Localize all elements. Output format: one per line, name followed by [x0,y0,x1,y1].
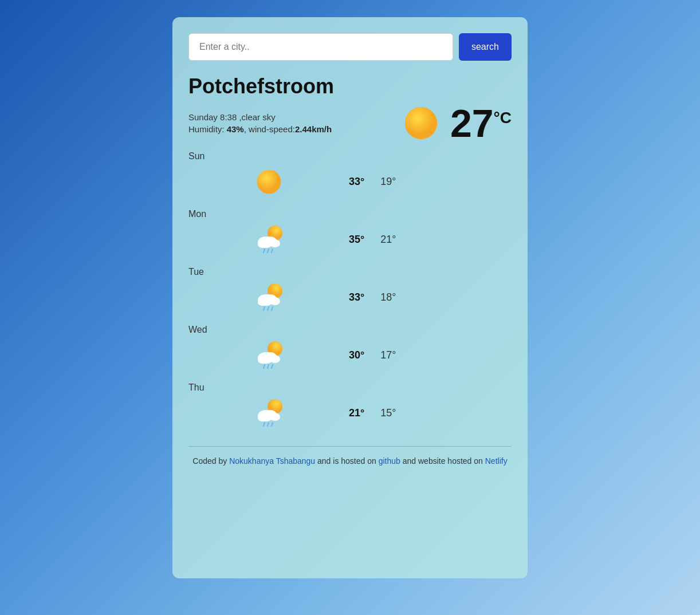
forecast-icon-col-tue [188,282,349,313]
forecast-day-tue: Tue [188,267,512,317]
humidity-label: Humidity: [188,124,227,134]
forecast-row-wed: 30° 17° [188,336,512,374]
temp-low-sun: 19° [380,176,396,188]
weather-card: search Potchefstroom Sunday 8:38 ,clear … [172,17,528,578]
day-label-sun: Sun [188,151,512,161]
svg-line-17 [268,307,269,310]
svg-line-24 [264,365,265,368]
netlify-link[interactable]: Netlify [485,456,508,466]
forecast-row-tue: 33° 18° [188,278,512,317]
svg-line-26 [272,365,273,368]
svg-point-1 [405,107,437,139]
forecast-icon-col-thu [188,397,349,429]
search-row: search [188,33,512,61]
forecast-row-sun: 33° 19° [188,163,512,201]
wind-value: 2.44km/h [295,124,332,134]
search-button[interactable]: search [459,33,512,61]
forecast-icon-thu [253,397,285,429]
forecast-icon-col-sun [188,166,349,198]
forecast-icon-col-mon [188,224,349,255]
hosted-text: and is hosted on [315,456,379,466]
svg-point-23 [258,357,267,364]
author-link[interactable]: Nokukhanya Tshabangu [229,456,315,466]
current-weather-row: Sunday 8:38 ,clear sky Humidity: 43%, wi… [188,103,512,143]
footer-divider [188,446,512,447]
wind-label: , wind-speed: [244,124,295,134]
humidity-value: 43% [227,124,244,134]
svg-point-22 [270,355,280,363]
forecast-icon-sun [253,166,285,198]
current-description: Sunday 8:38 ,clear sky [188,112,332,122]
svg-line-25 [268,365,269,368]
day-label-wed: Wed [188,325,512,335]
forecast-icon-tue [253,282,285,313]
forecast-row-thu: 21° 15° [188,394,512,432]
current-sun-icon [401,103,441,143]
forecast-icon-wed [253,340,285,371]
svg-line-9 [268,249,269,253]
forecast-temps-thu: 21° 15° [349,407,396,419]
svg-point-6 [270,239,280,247]
svg-point-7 [258,241,267,248]
city-name: Potchefstroom [188,74,512,98]
forecast-row-mon: 35° 21° [188,220,512,259]
day-label-thu: Thu [188,383,512,393]
forecast-section: Sun 33° 19° Mon [188,151,512,432]
forecast-temps-wed: 30° 17° [349,349,396,361]
svg-line-34 [272,423,273,426]
svg-line-10 [272,249,273,253]
temp-high-tue: 33° [349,291,364,303]
netlify-prefix: and website hosted on [400,456,485,466]
forecast-temps-mon: 35° 21° [349,234,396,246]
svg-point-31 [258,415,267,421]
svg-line-8 [264,249,265,253]
svg-line-32 [264,423,265,426]
forecast-icon-col-wed [188,340,349,371]
current-left: Sunday 8:38 ,clear sky Humidity: 43%, wi… [188,112,332,134]
day-label-mon: Mon [188,209,512,219]
forecast-day-wed: Wed [188,325,512,374]
temp-low-thu: 15° [380,407,396,419]
forecast-day-mon: Mon [188,209,512,259]
current-right: 27°C [401,103,512,143]
temp-high-thu: 21° [349,407,364,419]
forecast-day-sun: Sun 33° 19° [188,151,512,201]
svg-line-33 [268,423,269,426]
footer-text: Coded by Nokukhanya Tshabangu and is hos… [188,455,512,468]
svg-line-16 [264,307,265,310]
svg-point-30 [270,413,280,421]
temp-high-sun: 33° [349,176,364,188]
coded-by-label: Coded by [192,456,229,466]
github-link[interactable]: github [379,456,400,466]
forecast-icon-mon [253,224,285,255]
current-humidity: Humidity: 43%, wind-speed:2.44km/h [188,124,332,134]
current-temperature: 27°C [450,104,512,143]
temp-high-mon: 35° [349,234,364,246]
forecast-temps-sun: 33° 19° [349,176,396,188]
temp-low-tue: 18° [380,291,396,303]
forecast-day-thu: Thu [188,383,512,432]
search-input[interactable] [188,33,453,61]
day-label-tue: Tue [188,267,512,277]
svg-point-14 [270,297,280,305]
temp-low-wed: 17° [380,349,396,361]
svg-point-2 [257,170,281,194]
temp-low-mon: 21° [380,234,396,246]
svg-point-15 [258,299,267,306]
forecast-temps-tue: 33° 18° [349,291,396,303]
temp-high-wed: 30° [349,349,364,361]
svg-line-18 [272,307,273,310]
